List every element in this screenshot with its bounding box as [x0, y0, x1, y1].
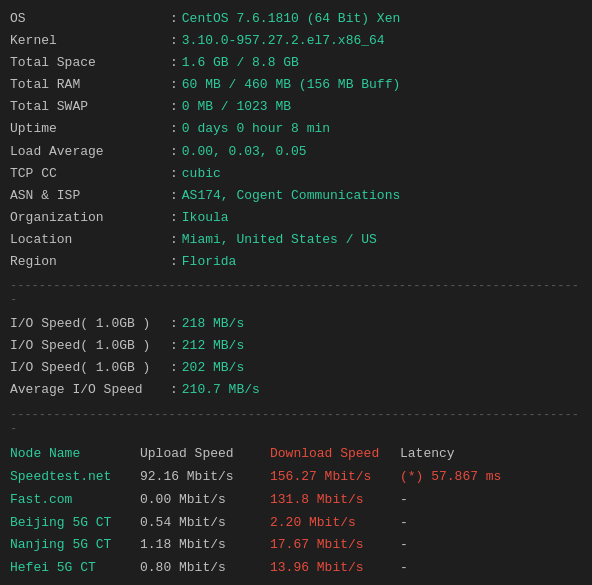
- network-download: 17.67 Mbit/s: [270, 534, 400, 557]
- colon: :: [170, 8, 178, 30]
- system-row: Uptime : 0 days 0 hour 8 min: [10, 118, 582, 140]
- network-download: 2.69 Mbit/s: [270, 580, 400, 585]
- row-label: Total RAM: [10, 74, 170, 96]
- network-upload: 0.54 Mbit/s: [140, 512, 270, 535]
- row-label: Organization: [10, 207, 170, 229]
- system-section: OS : CentOS 7.6.1810 (64 Bit) Xen Kernel…: [10, 8, 582, 273]
- row-label: I/O Speed( 1.0GB ): [10, 313, 170, 335]
- network-row: Beijing 5G CT 0.54 Mbit/s 2.20 Mbit/s -: [10, 512, 582, 535]
- network-node: Beijing 5G CT: [10, 512, 140, 535]
- row-value: 0 days 0 hour 8 min: [182, 118, 330, 140]
- colon: :: [170, 74, 178, 96]
- row-label: Total Space: [10, 52, 170, 74]
- row-label: Location: [10, 229, 170, 251]
- row-value: CentOS 7.6.1810 (64 Bit) Xen: [182, 8, 400, 30]
- colon: :: [170, 313, 178, 335]
- system-row: Organization : Ikoula: [10, 207, 582, 229]
- colon: :: [170, 207, 178, 229]
- row-value: 0 MB / 1023 MB: [182, 96, 291, 118]
- network-upload: 1.18 Mbit/s: [140, 534, 270, 557]
- system-row: TCP CC : cubic: [10, 163, 582, 185]
- system-row: Location : Miami, United States / US: [10, 229, 582, 251]
- row-value: 1.6 GB / 8.8 GB: [182, 52, 299, 74]
- network-node: Hefei 5G CT: [10, 557, 140, 580]
- colon: :: [170, 335, 178, 357]
- io-row: I/O Speed( 1.0GB ) : 202 MB/s: [10, 357, 582, 379]
- header-latency: Latency: [400, 442, 500, 467]
- colon: :: [170, 379, 178, 401]
- header-node: Node Name: [10, 442, 140, 467]
- network-row: Fast.com 0.00 Mbit/s 131.8 Mbit/s -: [10, 489, 582, 512]
- row-label: I/O Speed( 1.0GB ): [10, 335, 170, 357]
- colon: :: [170, 229, 178, 251]
- network-node: Fast.com: [10, 489, 140, 512]
- network-upload: 0.80 Mbit/s: [140, 557, 270, 580]
- network-download: 13.96 Mbit/s: [270, 557, 400, 580]
- system-row: Kernel : 3.10.0-957.27.2.el7.x86_64: [10, 30, 582, 52]
- row-value: cubic: [182, 163, 221, 185]
- network-row: Guangzhou 5G CT 0.45 Mbit/s 2.69 Mbit/s …: [10, 580, 582, 585]
- colon: :: [170, 163, 178, 185]
- row-label: Uptime: [10, 118, 170, 140]
- row-value: 218 MB/s: [182, 313, 244, 335]
- network-upload: 0.00 Mbit/s: [140, 489, 270, 512]
- system-row: Load Average : 0.00, 0.03, 0.05: [10, 141, 582, 163]
- network-download: 2.20 Mbit/s: [270, 512, 400, 535]
- row-label: ASN & ISP: [10, 185, 170, 207]
- row-value: Ikoula: [182, 207, 229, 229]
- network-latency: (*) 57.867 ms: [400, 466, 501, 489]
- row-label: Total SWAP: [10, 96, 170, 118]
- divider-2: ----------------------------------------…: [10, 408, 582, 436]
- network-row: Speedtest.net 92.16 Mbit/s 156.27 Mbit/s…: [10, 466, 582, 489]
- network-download: 156.27 Mbit/s: [270, 466, 400, 489]
- colon: :: [170, 52, 178, 74]
- network-section: Node Name Upload Speed Download Speed La…: [10, 442, 582, 586]
- header-upload: Upload Speed: [140, 442, 270, 467]
- network-latency: -: [400, 557, 500, 580]
- colon: :: [170, 357, 178, 379]
- network-node: Speedtest.net: [10, 466, 140, 489]
- network-download: 131.8 Mbit/s: [270, 489, 400, 512]
- network-latency: -: [400, 489, 500, 512]
- row-label: Average I/O Speed: [10, 379, 170, 401]
- row-label: Kernel: [10, 30, 170, 52]
- network-upload: 0.45 Mbit/s: [140, 580, 270, 585]
- network-upload: 92.16 Mbit/s: [140, 466, 270, 489]
- colon: :: [170, 251, 178, 273]
- row-label: I/O Speed( 1.0GB ): [10, 357, 170, 379]
- colon: :: [170, 118, 178, 140]
- divider-1: ----------------------------------------…: [10, 279, 582, 307]
- network-row: Nanjing 5G CT 1.18 Mbit/s 17.67 Mbit/s -: [10, 534, 582, 557]
- row-value: AS174, Cogent Communications: [182, 185, 400, 207]
- io-section: I/O Speed( 1.0GB ) : 218 MB/s I/O Speed(…: [10, 313, 582, 401]
- io-row: Average I/O Speed : 210.7 MB/s: [10, 379, 582, 401]
- colon: :: [170, 96, 178, 118]
- network-node: Guangzhou 5G CT: [10, 580, 140, 585]
- row-label: Region: [10, 251, 170, 273]
- row-label: TCP CC: [10, 163, 170, 185]
- colon: :: [170, 30, 178, 52]
- io-row: I/O Speed( 1.0GB ) : 218 MB/s: [10, 313, 582, 335]
- io-row: I/O Speed( 1.0GB ) : 212 MB/s: [10, 335, 582, 357]
- network-latency: -: [400, 534, 500, 557]
- colon: :: [170, 185, 178, 207]
- row-label: Load Average: [10, 141, 170, 163]
- row-value: 202 MB/s: [182, 357, 244, 379]
- row-value: Miami, United States / US: [182, 229, 377, 251]
- colon: :: [170, 141, 178, 163]
- network-latency: -: [400, 580, 500, 585]
- row-value: 0.00, 0.03, 0.05: [182, 141, 307, 163]
- row-value: Florida: [182, 251, 237, 273]
- system-row: Region : Florida: [10, 251, 582, 273]
- system-row: Total RAM : 60 MB / 460 MB (156 MB Buff): [10, 74, 582, 96]
- network-table-header: Node Name Upload Speed Download Speed La…: [10, 442, 582, 467]
- header-download: Download Speed: [270, 442, 400, 467]
- system-row: ASN & ISP : AS174, Cogent Communications: [10, 185, 582, 207]
- row-value: 60 MB / 460 MB (156 MB Buff): [182, 74, 400, 96]
- row-value: 212 MB/s: [182, 335, 244, 357]
- network-node: Nanjing 5G CT: [10, 534, 140, 557]
- system-row: Total Space : 1.6 GB / 8.8 GB: [10, 52, 582, 74]
- network-latency: -: [400, 512, 500, 535]
- row-value: 3.10.0-957.27.2.el7.x86_64: [182, 30, 385, 52]
- row-value: 210.7 MB/s: [182, 379, 260, 401]
